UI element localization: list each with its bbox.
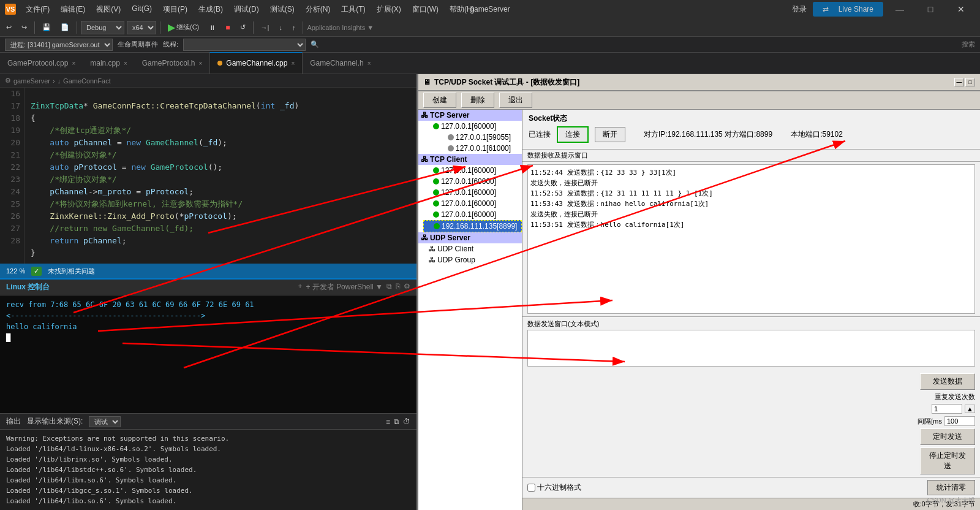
live-share-button[interactable]: ⇄ Live Share [813,2,883,17]
tcp-receive-area: 11:52:44 发送数据：{12 33 33 } 33[1次] 发送失败，连接… [527,164,975,314]
terminal-copy-icon[interactable]: ⎘ [396,282,400,292]
tcp-minimize-button[interactable]: — [954,78,964,86]
platform-select[interactable]: x64 x86 [127,21,156,34]
hex-format-checkbox[interactable]: 十六进制格式 [527,482,581,493]
minimize-button[interactable]: — [886,0,914,18]
tcp-client-item-0[interactable]: 127.0.0.1[60000] [423,165,522,176]
tab-gamechannel-h[interactable]: GameChannel.h × [303,52,378,74]
play-button[interactable]: ▶ 继续(C) [164,20,203,34]
title-menu[interactable]: 文件(F) 编辑(E) 视图(V) Git(G) 项目(P) 生成(B) 调试(… [21,3,480,16]
stats-reset-button[interactable]: 统计清零 [927,480,975,495]
new-file-button[interactable]: 📄 [57,22,73,32]
tcp-right-panel: Socket状态 已连接 连接 断开 对方IP:192.168.111.135 … [522,110,980,510]
menu-debug[interactable]: 调试(D) [229,3,264,16]
tab-main-cpp[interactable]: main.cpp × [83,52,135,74]
tcp-server-subitem-2[interactable]: 127.0.0.1[61000] [438,143,522,154]
step-over[interactable]: →| [257,23,273,32]
output-icon3[interactable]: ⏱ [403,417,410,426]
menu-window[interactable]: 窗口(W) [407,3,443,16]
menu-tools[interactable]: 工具(T) [336,3,370,16]
timer-send-button[interactable]: 定时发送 [920,428,975,445]
connected-status-label: 已连接 [529,129,551,140]
tab-gameprotocol-h[interactable]: GameProtocol.h × [135,52,210,74]
tab-close[interactable]: × [72,60,75,67]
maximize-button[interactable]: □ [916,0,944,18]
terminal-tab-label[interactable]: + 开发者 PowerShell ▼ [306,282,383,292]
create-button[interactable]: 创建 [423,93,456,108]
hex-checkbox-input[interactable] [527,484,535,492]
tcp-server-label: TCP Server [430,111,469,120]
title-bar: VS 文件(F) 编辑(E) 视图(V) Git(G) 项目(P) 生成(B) … [0,0,980,18]
menu-analyze[interactable]: 分析(N) [301,3,336,16]
tab-close[interactable]: × [124,60,127,67]
tcp-server-item-0[interactable]: 127.0.0.1[60000] [423,121,522,132]
close-button[interactable]: ✕ [947,0,975,18]
tab-gameprotocol-cpp[interactable]: GameProtocol.cpp × [0,52,83,74]
send-controls: 发送数据 重复发送次数 ▲ 间隔[ms 定时发送 停 [522,371,980,477]
output-icon1[interactable]: ≡ [386,417,390,426]
search-icon: 🔍 [311,40,319,48]
tcp-udp-panel: 🖥 TCP/UDP Socket 调试工具 - [数据收发窗口] — □ 创建 … [417,74,980,510]
stop-button[interactable]: ■ [222,22,233,33]
tcp-addr: 127.0.0.1[59055] [456,133,511,142]
send-input[interactable] [527,330,975,367]
tcp-client-item-2[interactable]: 127.0.0.1[60000] [423,187,522,198]
debug-icon: 搜索 [962,40,975,49]
interval-input[interactable] [944,416,975,426]
code-content[interactable]: ZinxTcpData* GameConnFact::CreateTcpData… [24,88,417,264]
spinner-up[interactable]: ▲ [965,405,975,413]
redo-button[interactable]: ↪ [18,22,31,32]
menu-test[interactable]: 测试(S) [265,3,300,16]
repeat-label: 重复发送次数 [935,392,975,402]
save-button[interactable]: 💾 [39,22,55,32]
exit-button[interactable]: 退出 [499,93,532,108]
app-insights-label[interactable]: Application Insights ▼ [307,24,374,31]
tab-close[interactable]: × [291,60,295,67]
connect-button[interactable]: 连接 [557,126,589,143]
disconnect-button[interactable]: 断开 [595,127,625,142]
undo-button[interactable]: ↩ [2,22,15,32]
title-right: 登录 ⇄ Live Share — □ ✕ [788,0,975,18]
tcp-client-item-3[interactable]: 127.0.0.1[60000] [423,198,522,209]
stop-timer-button[interactable]: 停止定时发送 [920,447,975,474]
new-terminal-button[interactable]: + [298,282,302,292]
split-terminal-icon[interactable]: ⧉ [386,282,392,292]
menu-extensions[interactable]: 扩展(X) [372,3,406,16]
tcp-maximize-button[interactable]: □ [965,78,975,86]
tcp-client-item-1[interactable]: 127.0.0.1[60000] [423,176,522,187]
tcp-server-subitem-1[interactable]: 127.0.0.1[59055] [438,132,522,143]
repeat-input[interactable] [932,404,962,414]
terminal-icons[interactable]: + + 开发者 PowerShell ▼ ⧉ ⎘ ⚙ [298,282,410,292]
udp-client-item[interactable]: 🖧 UDP Client [418,243,522,254]
tab-close[interactable]: × [199,60,203,67]
receive-line-4: 发送失败，连接已断开 [530,209,972,219]
tcp-client-item-5[interactable]: 192.168.111.135[8899] [423,220,522,232]
terminal-settings-icon[interactable]: ⚙ [404,282,410,292]
process-select[interactable]: 进程: [31401] gameServer.out [5,39,113,51]
menu-project[interactable]: 项目(P) [158,3,192,16]
send-data-button[interactable]: 发送数据 [920,373,975,390]
output-source-select[interactable]: 调试 [89,416,121,427]
output-icon2[interactable]: ⧉ [394,417,399,426]
menu-build[interactable]: 生成(B) [194,3,228,16]
step-out[interactable]: ↑ [288,23,300,32]
restart-button[interactable]: ↺ [236,22,249,32]
menu-file[interactable]: 文件(F) [21,3,55,16]
terminal-content[interactable]: recv from 7:68 65 6C 6F 20 63 61 6C 69 6… [0,295,417,413]
tcp-client-item-4[interactable]: 127.0.0.1[60000] [423,209,522,220]
code-editor[interactable]: 16 17 18 19 20 21 22 23 24 25 26 27 28 Z… [0,88,417,264]
step-into[interactable]: ↓ [275,23,286,32]
debug-mode-select[interactable]: Debug Release [81,21,124,34]
menu-view[interactable]: 视图(V) [91,3,126,16]
thread-select[interactable] [183,39,306,51]
login-button[interactable]: 登录 [788,3,810,16]
tcp-client-section: 🖧 TCP Client [418,154,522,165]
pause-button[interactable]: ⏸ [205,23,219,32]
delete-button[interactable]: 删除 [461,93,494,108]
menu-edit[interactable]: 编辑(E) [56,3,90,16]
tab-close[interactable]: × [368,60,371,67]
tcp-server-items: 127.0.0.1[60000] 127.0.0.1[59055] 127.0.… [418,121,522,154]
tab-gamechannel-cpp[interactable]: GameChannel.cpp × [209,52,303,74]
udp-group-item[interactable]: 🖧 UDP Group [418,254,522,265]
menu-git[interactable]: Git(G) [127,3,157,16]
